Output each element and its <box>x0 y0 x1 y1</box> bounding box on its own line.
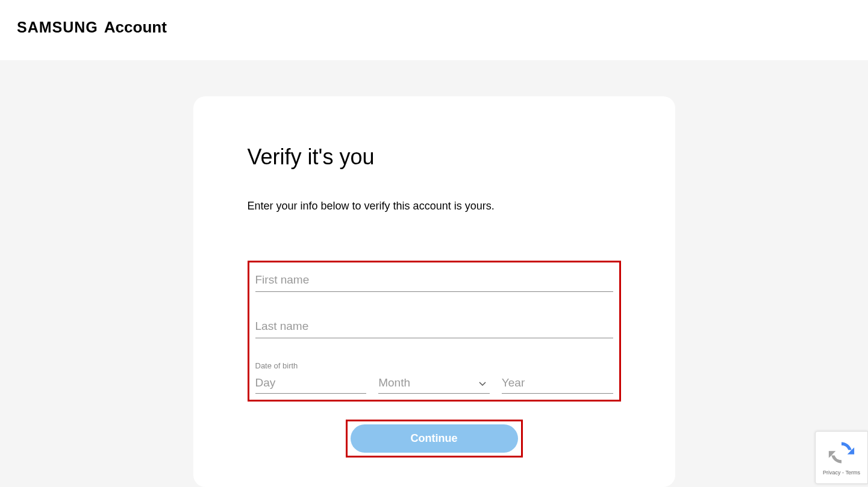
page-title: Verify it's you <box>248 144 621 170</box>
first-name-field[interactable] <box>255 268 613 292</box>
recaptcha-privacy-link[interactable]: Privacy <box>823 470 841 476</box>
brand-account: Account <box>104 18 167 37</box>
recaptcha-badge[interactable]: Privacy - Terms <box>815 431 868 484</box>
recaptcha-icon <box>828 439 855 466</box>
recaptcha-links: Privacy - Terms <box>823 470 860 476</box>
main-area: Verify it's you Enter your info below to… <box>0 60 868 487</box>
continue-button[interactable]: Continue <box>351 424 518 453</box>
header: SAMSUNG Account <box>0 0 868 60</box>
button-highlight-box: Continue <box>346 420 523 458</box>
dob-month-field[interactable] <box>378 373 490 394</box>
last-name-field[interactable] <box>255 315 613 338</box>
dob-year-field[interactable] <box>502 373 613 394</box>
instruction-text: Enter your info below to verify this acc… <box>248 200 621 212</box>
brand: SAMSUNG Account <box>17 18 851 37</box>
recaptcha-terms-link[interactable]: Terms <box>845 470 860 476</box>
form-highlight-box: Date of birth <box>248 261 621 402</box>
brand-samsung: SAMSUNG <box>17 19 98 36</box>
card: Verify it's you Enter your info below to… <box>193 96 675 487</box>
dob-label: Date of birth <box>255 361 613 370</box>
dob-day-field[interactable] <box>255 373 367 394</box>
